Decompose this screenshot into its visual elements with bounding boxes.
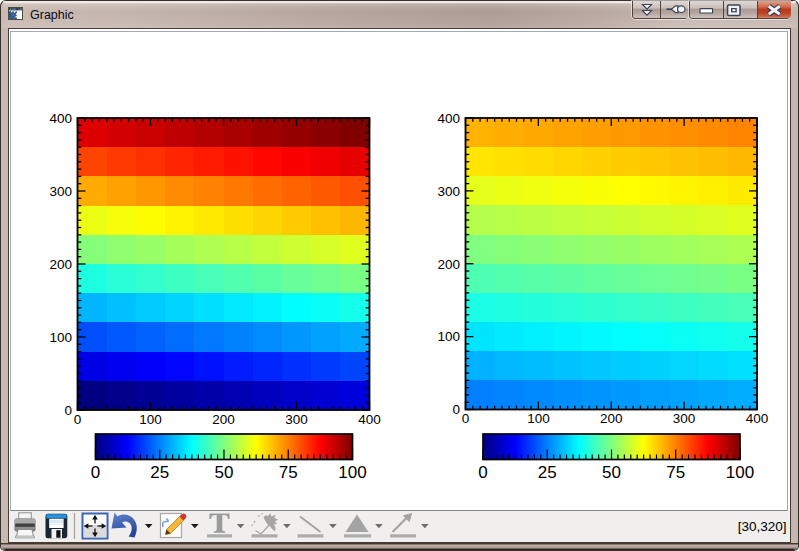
svg-text:100: 100: [726, 463, 754, 482]
svg-text:0: 0: [462, 411, 470, 426]
svg-text:75: 75: [666, 463, 685, 482]
svg-text:100: 100: [49, 330, 72, 345]
svg-text:200: 200: [437, 257, 460, 272]
svg-text:400: 400: [437, 111, 460, 126]
svg-text:300: 300: [437, 184, 460, 199]
svg-text:300: 300: [285, 412, 308, 427]
svg-text:200: 200: [212, 412, 235, 427]
svg-text:400: 400: [358, 412, 381, 427]
svg-text:100: 100: [139, 412, 162, 427]
svg-text:0: 0: [74, 412, 82, 427]
svg-text:400: 400: [746, 411, 769, 426]
svg-text:200: 200: [600, 411, 623, 426]
svg-text:0: 0: [91, 463, 100, 482]
svg-text:100: 100: [437, 329, 460, 344]
svg-text:200: 200: [49, 257, 72, 272]
svg-text:0: 0: [478, 463, 487, 482]
svg-text:300: 300: [673, 411, 696, 426]
svg-text:400: 400: [49, 111, 72, 126]
svg-text:300: 300: [49, 184, 72, 199]
svg-text:75: 75: [279, 463, 298, 482]
svg-text:25: 25: [150, 463, 169, 482]
svg-text:100: 100: [338, 463, 366, 482]
svg-text:25: 25: [538, 463, 557, 482]
svg-text:50: 50: [215, 463, 234, 482]
svg-text:0: 0: [452, 402, 460, 417]
svg-text:[30,320]: [30,320]: [738, 519, 787, 534]
svg-text:0: 0: [64, 403, 72, 418]
svg-text:100: 100: [527, 411, 550, 426]
svg-text:50: 50: [602, 463, 621, 482]
